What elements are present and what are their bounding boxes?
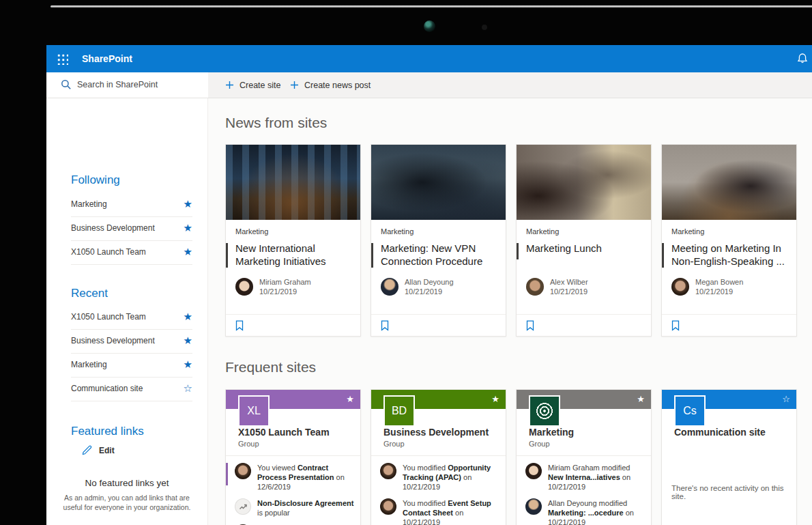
bullseye-logo [536,402,553,420]
site-name: Communication site [674,427,787,438]
author-avatar [235,278,253,296]
sidebar-item-x1050-launch-team[interactable]: X1050 Launch Team ★ [71,305,192,330]
search-icon [61,79,72,90]
sidebar-item-label: X1050 Launch Team [71,240,146,264]
device-bezel-edge [50,5,812,8]
follow-star-icon[interactable]: ★ [184,240,192,264]
activity-item[interactable]: You modified Opportunity Tracking (APAC)… [371,459,506,495]
site-logo-tile: BD [383,395,415,427]
pencil-icon [82,445,92,455]
title-accent-bar [226,243,228,268]
sidebar-item-business-development[interactable]: Business Development ★ [71,216,192,241]
sidebar: Following Marketing ★ Business Developme… [46,98,208,525]
activity-item[interactable]: You viewed Contract Process Presentation… [226,459,360,495]
command-bar: Search in SharePoint Create site Create … [46,72,812,98]
follow-star-icon[interactable]: ★ [184,329,192,352]
plus-icon [290,81,299,89]
sidebar-item-communication-site[interactable]: Communication site ☆ [71,377,192,401]
post-date: 10/21/2019 [550,287,588,296]
trending-chart-icon [235,498,251,515]
news-title: Meeting on Marketing In Non-English-Spea… [671,242,787,268]
bookmark-icon[interactable] [380,320,390,331]
site-logo-tile [529,395,560,427]
author-name: Megan Bowen [695,278,743,286]
activity-item[interactable]: You viewed Pricing Guidelines [226,521,360,525]
site-card-marketing[interactable]: ★ Marketing Group Miriam Graham modified… [516,389,652,525]
news-card-image [226,145,360,220]
news-title: Marketing: New VPN Connection Procedure [381,242,496,268]
author-avatar [671,278,689,296]
follow-star-icon[interactable]: ★ [491,392,499,407]
sidebar-item-marketing[interactable]: Marketing ★ [71,193,192,217]
webcam-sensor [482,25,487,30]
app-launcher-waffle-icon[interactable] [57,53,68,65]
site-card-x1050-launch-team[interactable]: ★ XL X1050 Launch Team Group You viewed … [225,389,361,525]
frequent-sites-heading: Frequent sites [225,359,316,375]
news-site-label: Marketing [381,227,496,236]
sidebar-item-x1050-launch-team[interactable]: X1050 Launch Team ★ [71,240,192,265]
featured-links-heading: Featured links [71,425,144,438]
site-card-communication-site[interactable]: ☆ Cs Communication site There's no recen… [661,389,797,525]
sidebar-item-label: Communication site [71,377,143,400]
author-name: Allan Deyoung [405,278,454,286]
site-card-business-development[interactable]: ★ BD Business Development Group You modi… [371,389,506,525]
sharepoint-window: SharePoint Search in SharePoint Create s… [46,45,812,525]
site-type-label: Group [529,440,651,449]
bookmark-icon[interactable] [525,320,535,331]
activity-avatar [380,498,396,515]
search-input[interactable]: Search in SharePoint [46,72,208,98]
webcam [424,20,435,32]
author-avatar [381,278,398,296]
follow-star-icon[interactable]: ★ [184,193,192,216]
site-name: X1050 Launch Team [238,427,351,438]
post-date: 10/21/2019 [259,287,297,296]
notifications-bell-icon[interactable] [796,53,809,65]
activity-item[interactable]: You modified Event Setup Contact Sheet o… [371,495,506,525]
title-accent-bar [371,243,373,268]
activity-avatar [380,463,396,479]
follow-star-icon[interactable]: ★ [346,392,354,407]
follow-star-icon[interactable]: ☆ [184,377,192,400]
device-mockup: SharePoint Search in SharePoint Create s… [0,0,812,525]
sidebar-item-business-development[interactable]: Business Development ★ [71,329,192,354]
post-date: 10/21/2019 [695,287,733,296]
news-card[interactable]: Marketing Marketing Lunch Alex Wilber 10… [516,144,652,337]
follow-star-icon[interactable]: ★ [637,392,645,407]
activity-item[interactable]: Non-Disclosure Agreement is popular [226,495,360,521]
activity-text: Miriam Graham modified [548,464,630,472]
plus-icon [225,81,234,89]
featured-links-empty-title: No featured links yet [53,478,201,488]
follow-star-icon[interactable]: ★ [184,353,192,376]
sidebar-item-marketing[interactable]: Marketing ★ [71,353,192,378]
title-accent-bar [517,243,519,259]
edit-featured-links-button[interactable]: Edit [82,445,115,455]
create-site-button[interactable]: Create site [225,72,280,98]
app-title: SharePoint [82,45,132,72]
sidebar-item-label: X1050 Launch Team [71,305,146,328]
news-card[interactable]: Marketing Meeting on Marketing In Non-En… [661,144,797,337]
edit-label: Edit [99,446,115,455]
sidebar-item-label: Marketing [71,193,107,216]
create-news-post-button[interactable]: Create news post [290,72,371,98]
create-news-post-label: Create news post [304,81,371,90]
activity-text: Allan Deyoung modified [548,499,627,507]
news-site-label: Marketing [235,227,351,236]
activity-item[interactable]: Miriam Graham modified New Interna...iat… [517,459,651,495]
title-accent-bar [662,243,664,268]
bookmark-icon[interactable] [235,320,244,331]
activity-doc-name: New Interna...iatives [548,473,620,481]
news-card[interactable]: Marketing New International Marketing In… [225,144,361,337]
follow-star-icon[interactable]: ★ [184,216,192,240]
news-card[interactable]: Marketing Marketing: New VPN Connection … [371,144,506,337]
activity-avatar [525,498,542,515]
site-activity-list: You modified Opportunity Tracking (APAC)… [371,455,506,525]
activity-item[interactable]: Allan Deyoung modified Marketing: ...oce… [517,495,651,525]
sidebar-item-label: Business Development [71,216,155,240]
follow-star-icon[interactable]: ☆ [782,392,790,407]
sidebar-item-label: Marketing [71,353,107,376]
follow-star-icon[interactable]: ★ [184,305,192,328]
post-date: 10/21/2019 [405,287,442,296]
activity-text: is popular [257,509,290,517]
bookmark-icon[interactable] [671,320,680,331]
news-card-image [662,145,796,220]
